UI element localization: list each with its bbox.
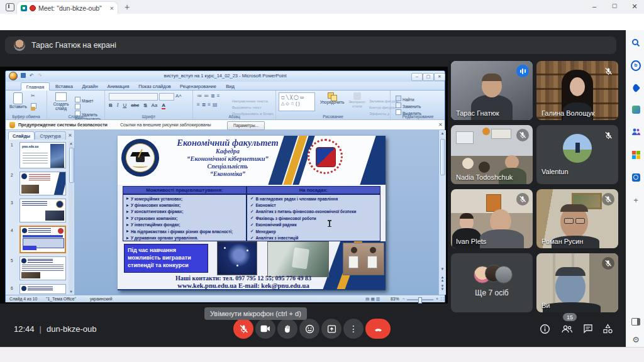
pp-save-icon[interactable] (21, 73, 26, 78)
pp-quick-styles-button[interactable]: Экспресс-стили (347, 92, 368, 109)
tile-roman-rusyn[interactable]: Роман Русин (536, 189, 618, 248)
new-tab-button[interactable]: + (125, 2, 130, 12)
slide-thumbnail-2[interactable] (19, 172, 66, 195)
tile-taras-hnatiuk[interactable]: Тарас Гнатюк (451, 61, 533, 120)
pp-shadow-button[interactable]: S (143, 102, 147, 109)
tab-close-icon[interactable]: × (110, 4, 114, 12)
pp-grow-font-icon[interactable]: A˄ (175, 93, 182, 99)
pp-tab-animation[interactable]: Анимация (103, 82, 134, 90)
sidebar-settings-gear-icon[interactable]: ⚙ (631, 334, 641, 344)
slide-thumbnail-5[interactable] (19, 256, 66, 280)
participants-button[interactable] (560, 322, 573, 335)
sidebar-microsoft365-icon[interactable] (631, 150, 641, 160)
zoom-level[interactable]: 83% (391, 297, 399, 301)
slide-thumbnail-6[interactable] (19, 284, 66, 294)
pp-tab-design[interactable]: Дизайн (77, 82, 103, 90)
zoom-in-icon[interactable]: + (436, 297, 438, 301)
pp-font-color-button[interactable]: A (162, 102, 165, 109)
pp-format-painter-icon[interactable] (31, 107, 35, 111)
panel-close-icon[interactable]: ✕ (68, 133, 72, 138)
window-minimize-button[interactable]: – (588, 3, 601, 10)
pp-list-align-icons-row1[interactable]: ≔≕≣≡ (197, 93, 221, 99)
pp-undo-icon[interactable]: ↶ (30, 73, 34, 79)
tile-you[interactable]: Ви (536, 253, 618, 312)
pp-tab-review[interactable]: Рецензирование (175, 82, 221, 90)
pp-arrange-button[interactable]: Упорядочить (319, 92, 345, 104)
sidebar-search-icon[interactable] (631, 38, 641, 48)
sidebar-outlook-icon[interactable] (631, 172, 641, 182)
fit-window-icon[interactable]: ⛶ (441, 297, 444, 302)
sidebar-add-icon[interactable]: + (631, 195, 641, 205)
panel-tab-outline[interactable]: Структура (35, 131, 66, 140)
pp-font-size-box[interactable] (159, 93, 174, 101)
text-cursor (329, 220, 330, 227)
panel-scrollbar[interactable]: ▲▼ (69, 141, 74, 294)
sidebar-image-creator-icon[interactable] (631, 104, 641, 114)
pp-new-slide-button[interactable]: Создать слайд (50, 92, 72, 111)
pp-tab-slideshow[interactable]: Показ слайдов (134, 82, 175, 90)
tile-valentun[interactable]: Valentun (536, 125, 618, 184)
person-head (570, 77, 585, 96)
employment-item: У інвестиційних фондах; (126, 222, 246, 228)
thumb5-photo (21, 272, 40, 278)
slide-thumbnail-1[interactable]: pnu.edu.ua (19, 142, 66, 168)
pp-underline-button[interactable]: U (123, 102, 126, 109)
pp-shapes-gallery[interactable]: ◻ ╲ ╳ ◯ ▭△ ◇ ☆ ( ) (279, 92, 315, 111)
meeting-details-button[interactable] (538, 322, 551, 335)
present-button[interactable] (321, 319, 341, 339)
pp-list-align-icons-row2[interactable]: ≡≣≡▤ (197, 102, 219, 107)
tile-ivan-plets[interactable]: Ivan Plets (451, 189, 533, 248)
zoom-out-icon[interactable]: − (402, 297, 405, 301)
pp-tab-insert[interactable]: Вставка (51, 82, 77, 90)
pp-bold-button[interactable]: B (109, 102, 113, 109)
pp-security-warning-bar: Предупреждение системы безопасности Ссыл… (6, 119, 445, 130)
view-mode-icons[interactable]: ▤▦▥ (365, 297, 381, 302)
slide-thumbnail-3[interactable] (19, 199, 66, 222)
pp-vertical-scrollbar[interactable]: ▲ ▼ ▲▲ ▼▼ (438, 130, 446, 295)
pp-cut-icon[interactable]: ✂ (31, 93, 35, 99)
pp-minimize-button[interactable]: – (411, 73, 423, 81)
pp-font-buttons[interactable]: B I U abc S Aa A (109, 102, 165, 109)
tile-halyna-voloshchuk[interactable]: Галина Волощук (536, 61, 618, 120)
zoom-slider[interactable] (407, 299, 433, 300)
window-maximize-button[interactable]: ▢ (608, 3, 621, 9)
tile-nadia-todoshchuk[interactable]: Nadia Todoshchuk (451, 125, 533, 184)
mic-toggle-button[interactable] (233, 319, 253, 339)
sidebar-shopping-icon[interactable] (631, 83, 641, 93)
pp-tab-view[interactable]: Вид (221, 82, 240, 90)
divider: | (40, 324, 42, 334)
browser-tab[interactable]: Meet: "dun-bkze-oub" × (16, 1, 118, 14)
pp-close-button[interactable]: ✕ (434, 73, 445, 81)
warning-title: Предупреждение системы безопасности (18, 123, 108, 127)
activities-button[interactable] (601, 322, 614, 335)
warning-options-button[interactable]: Параметры... (227, 121, 265, 130)
pp-case-button[interactable]: Aa (151, 102, 157, 109)
sidebar-toggle-icon[interactable] (631, 317, 641, 327)
end-call-button[interactable] (365, 319, 391, 339)
pp-office-button[interactable] (9, 72, 18, 80)
pp-paste-button[interactable]: Вставить (9, 92, 26, 109)
table-cell-right: В наглядових радах і членами правління Е… (247, 194, 380, 241)
camera-toggle-button[interactable] (255, 319, 275, 339)
warning-close-icon[interactable]: ✕ (438, 122, 443, 128)
window-close-button[interactable]: ✕ (628, 3, 641, 11)
slide-thumbnail-4-selected[interactable] (19, 226, 66, 253)
security-shield-icon (9, 122, 15, 128)
tile-more-people[interactable]: Ще 7 осіб (451, 253, 533, 312)
employment-item: У страхових компаніях; (126, 215, 246, 221)
reactions-button[interactable] (299, 319, 319, 339)
pp-italic-button[interactable]: I (117, 102, 119, 109)
sidebar-bing-chat-icon[interactable]: b (631, 60, 641, 70)
sidebar-people-icon[interactable] (631, 126, 641, 136)
pp-strikethrough-button[interactable]: abc (131, 102, 139, 109)
pp-maximize-button[interactable]: ▢ (423, 73, 434, 81)
more-options-button[interactable]: ⋮ (343, 319, 364, 339)
raise-hand-button[interactable] (277, 319, 297, 339)
slide-title: Економічний факультет (159, 138, 296, 148)
tab-actions-icon[interactable] (6, 3, 14, 11)
pp-redo-icon[interactable]: ↷ (38, 73, 42, 79)
pp-tab-home[interactable]: Главная (21, 82, 50, 90)
pp-font-name-box[interactable] (109, 93, 158, 101)
chat-button[interactable] (582, 322, 594, 335)
panel-tab-slides[interactable]: Слайды (8, 131, 35, 140)
